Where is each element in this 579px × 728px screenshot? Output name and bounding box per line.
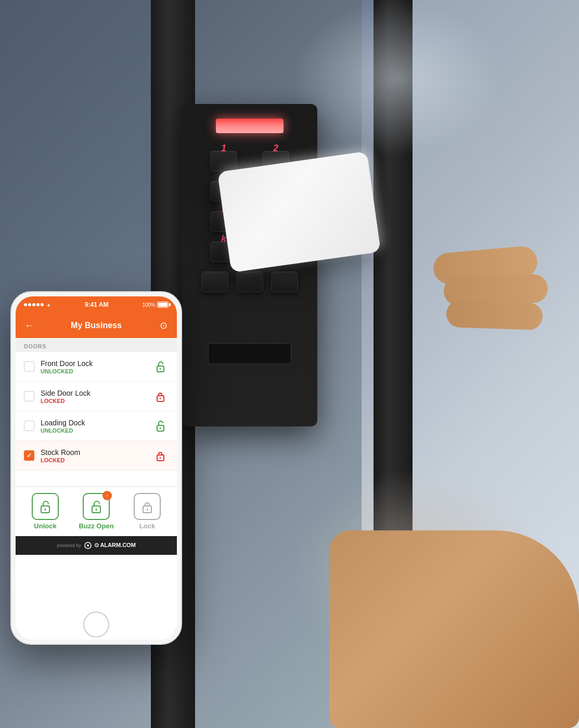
door-name-loading: Loading Dock <box>41 419 146 427</box>
list-spacer <box>16 471 177 486</box>
hand-palm <box>329 530 579 728</box>
door-info-loading: Loading Dock UNLOCKED <box>41 419 146 434</box>
buzz-open-button[interactable]: ↑ Buzz Open <box>75 493 117 530</box>
phone-screen: ▲ 9:41 AM 100% ← My Business ⊙ DOORS <box>16 296 177 640</box>
status-time: 9:41 AM <box>85 301 109 308</box>
buzz-open-icon-wrap: ↑ <box>83 493 110 520</box>
unlock-icon-wrap <box>32 493 59 520</box>
nav-title: My Business <box>41 321 152 330</box>
door-info-stock: Stock Room LOCKED <box>41 448 146 463</box>
door-icon-stock <box>152 447 169 464</box>
door-name-stock: Stock Room <box>41 448 146 457</box>
door-checkbox-stock[interactable] <box>24 450 34 461</box>
door-icon-loading <box>152 418 169 434</box>
bg-light-top <box>293 0 501 156</box>
door-item-side[interactable]: Side Door Lock LOCKED <box>16 382 177 411</box>
phone-device: ▲ 9:41 AM 100% ← My Business ⊙ DOORS <box>10 291 182 645</box>
door-status-loading: UNLOCKED <box>41 427 146 434</box>
door-status-stock: LOCKED <box>41 457 146 463</box>
keypad-light <box>216 119 284 133</box>
buzz-badge: ↑ <box>102 491 112 500</box>
doors-section-header: DOORS <box>16 338 177 352</box>
phone-home-button[interactable] <box>83 612 109 638</box>
buzz-open-label: Buzz Open <box>79 522 113 530</box>
lock-button[interactable]: Lock <box>126 493 168 530</box>
lock-label: Lock <box>139 522 155 530</box>
app-footer: powered by ⊙ ALARM.COM <box>16 536 177 555</box>
unlock-button[interactable]: Unlock <box>24 493 66 530</box>
door-icon-front <box>152 358 169 375</box>
action-bar: Unlock ↑ Buzz Open <box>16 486 177 536</box>
footer-powered-text: powered by <box>57 543 81 548</box>
door-item-loading[interactable]: Loading Dock UNLOCKED <box>16 411 177 441</box>
finger-ring <box>446 300 543 330</box>
signal-dots: ▲ <box>24 302 51 307</box>
access-card <box>217 151 381 272</box>
door-checkbox-side[interactable] <box>24 391 34 401</box>
status-bar: ▲ 9:41 AM 100% <box>16 296 177 313</box>
door-info-front: Front Door Lock UNLOCKED <box>41 359 146 374</box>
keypad-btn-1: 1 <box>210 151 237 172</box>
keypad-reader <box>208 343 291 364</box>
back-button[interactable]: ← <box>22 318 36 333</box>
door-item-stock[interactable]: Stock Room LOCKED <box>16 441 177 471</box>
door-icon-side <box>152 388 169 405</box>
menu-button[interactable]: ⊙ <box>156 318 171 333</box>
door-checkbox-front[interactable] <box>24 361 34 372</box>
door-item-front[interactable]: Front Door Lock UNLOCKED <box>16 352 177 382</box>
keypad-btn-c <box>271 271 298 292</box>
door-status-front: UNLOCKED <box>41 368 146 374</box>
nav-bar: ← My Business ⊙ <box>16 313 177 338</box>
keypad-btn-a <box>201 271 228 292</box>
door-info-side: Side Door Lock LOCKED <box>41 389 146 404</box>
door-list: Front Door Lock UNLOCKED Side Door Lock … <box>16 352 177 471</box>
status-battery: 100% <box>142 302 169 308</box>
door-name-side: Side Door Lock <box>41 389 146 397</box>
door-checkbox-loading[interactable] <box>24 421 34 431</box>
door-name-front: Front Door Lock <box>41 359 146 368</box>
door-status-side: LOCKED <box>41 398 146 404</box>
svg-point-15 <box>87 544 89 547</box>
lock-icon-wrap <box>134 493 161 520</box>
footer-logo: ⊙ ALARM.COM <box>84 542 136 549</box>
unlock-label: Unlock <box>34 522 56 530</box>
keypad-btn-b <box>236 271 263 292</box>
